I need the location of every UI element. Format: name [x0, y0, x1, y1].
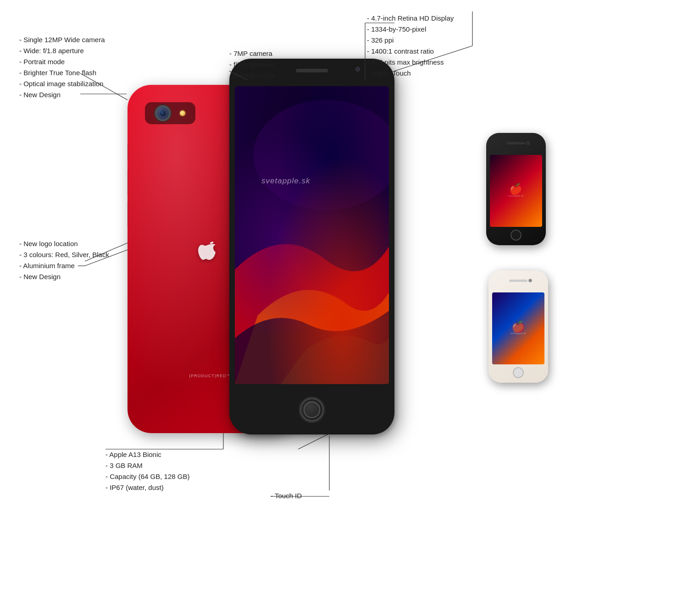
- sp-black-home: [510, 230, 522, 241]
- sp-white-camera: [528, 279, 532, 282]
- display-line6: - Haptic Touch: [367, 68, 454, 79]
- front-camera-line3: - Portrait mode: [229, 70, 275, 81]
- sp-black-logo: 🍎: [509, 183, 523, 196]
- front-camera-annotation: - 7MP camera - f/2.2 aperture - Portrait…: [229, 48, 275, 81]
- rear-camera-line1: - Single 12MP Wide camera: [19, 34, 105, 45]
- earpiece: [296, 69, 328, 72]
- display-line2: - 1334-by-750-pixel: [367, 24, 454, 35]
- small-phone-white-container: svetapple.sk 🍎: [484, 266, 589, 392]
- logo-line2: - 3 colours: Red, Silver, Black: [19, 249, 109, 260]
- rear-camera-line6: - New Design: [19, 89, 105, 100]
- svg-rect-9: [235, 86, 389, 384]
- home-button[interactable]: [300, 398, 324, 422]
- small-phone-black: svetapple.sk 🍎: [486, 133, 546, 245]
- internals-line4: - IP67 (water, dust): [105, 482, 189, 493]
- apple-logo-back: [196, 241, 224, 268]
- rear-camera-line2: - Wide: f/1.8 aperture: [19, 45, 105, 56]
- touchid-annotation: - Touch ID: [271, 490, 302, 501]
- sp-black-earpiece: [507, 142, 525, 144]
- product-red-label: (PRODUCT)RED™: [189, 374, 231, 378]
- sp-white-logo: 🍎: [511, 320, 525, 333]
- logo-annotation: - New logo location - 3 colours: Red, Si…: [19, 238, 109, 282]
- display-line3: - 326 ppi: [367, 35, 454, 46]
- internals-line2: - 3 GB RAM: [105, 460, 189, 471]
- display-line4: - 1400:1 contrast ratio: [367, 46, 454, 57]
- mute-switch: [128, 144, 128, 160]
- touchid-label: - Touch ID: [271, 490, 302, 501]
- logo-line4: - New Design: [19, 271, 109, 282]
- camera-lens-inner: [159, 110, 166, 117]
- display-line1: - 4.7-inch Retina HD Display: [367, 13, 454, 24]
- page-container: (PRODUCT)RED™: [0, 0, 688, 616]
- svg-line-8: [298, 433, 330, 449]
- camera-module: [145, 102, 195, 124]
- rear-camera-lens: [155, 105, 171, 121]
- sp-white-earpiece: [509, 280, 527, 282]
- front-camera-line1: - 7MP camera: [229, 48, 275, 59]
- rear-camera-line4: - Brighter True Tone flash: [19, 67, 105, 78]
- volume-up-button: [128, 170, 128, 195]
- logo-line3: - Aluminium frame: [19, 260, 109, 271]
- logo-line1: - New logo location: [19, 238, 109, 249]
- sp-white-home: [513, 367, 524, 378]
- display-annotation: - 4.7-inch Retina HD Display - 1334-by-7…: [367, 13, 454, 79]
- rear-camera-annotation: - Single 12MP Wide camera - Wide: f/1.8 …: [19, 34, 105, 100]
- small-phone-black-container: svetapple.sk 🍎: [482, 128, 587, 252]
- small-phone-white: svetapple.sk 🍎: [488, 270, 548, 383]
- home-button-ring: [304, 402, 320, 418]
- rear-flash: [180, 110, 185, 116]
- internals-line3: - Capacity (64 GB, 128 GB): [105, 471, 189, 482]
- internals-line1: - Apple A13 Bionic: [105, 449, 189, 460]
- rear-camera-line3: - Portrait mode: [19, 56, 105, 67]
- display-line5: - 625 nits max brightness: [367, 57, 454, 68]
- front-camera: [355, 67, 360, 72]
- volume-down-button: [128, 202, 128, 227]
- phone-screen: [235, 86, 389, 384]
- rear-camera-line5: - Optical image stabilization: [19, 78, 105, 89]
- phone-front: [229, 59, 394, 434]
- internals-annotation: - Apple A13 Bionic - 3 GB RAM - Capacity…: [105, 449, 189, 493]
- svg-point-10: [253, 100, 389, 210]
- front-camera-line2: - f/2.2 aperture: [229, 59, 275, 70]
- sp-black-camera: [526, 141, 530, 145]
